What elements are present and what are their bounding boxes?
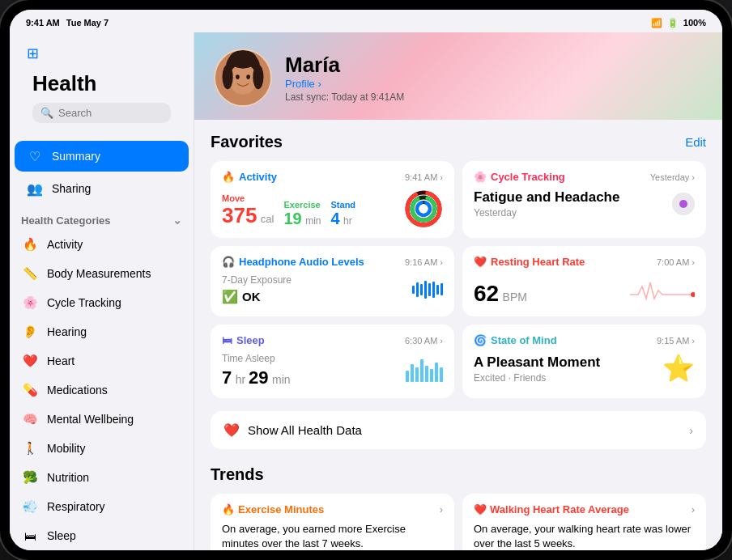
sharing-icon: 👥 [26,180,44,197]
exercise-trend-desc: On average, you earned more Exercise min… [222,522,443,550]
heart-label: Heart [47,354,74,367]
exercise-metric: Exercise 19 min [283,200,321,228]
ok-badge: ✅ OK [222,289,292,304]
respiratory-label: Respiratory [47,500,105,513]
stand-metric: Stand 4 hr [331,200,356,228]
heart-card-header: ❤️ Resting Heart Rate 7:00 AM › [474,256,695,268]
headphone-content: 7-Day Exposure ✅ OK [222,274,443,304]
trends-title: Trends [211,465,264,484]
mental-wellbeing-label: Mental Wellbeing [47,413,134,426]
search-icon: 🔍 [40,107,53,119]
sleep-bars [406,359,443,382]
battery-icon: 🔋 [667,18,679,28]
favorites-grid: 🔥 Activity 9:41 AM › Move [211,161,706,398]
walking-trend-header: ❤️ Walking Heart Rate Average › [474,503,695,515]
headphone-chevron: › [440,257,443,267]
cycle-tracking-label: Cycle Tracking [47,296,121,309]
show-all-text: Show All Health Data [248,423,681,437]
svg-point-3 [236,74,240,79]
profile-link[interactable]: Profile › [285,78,404,90]
search-bar[interactable]: 🔍 🎙 [32,103,171,123]
sidebar-item-nutrition[interactable]: 🥦 Nutrition [10,463,194,492]
heart-card-time: 7:00 AM › [657,257,695,267]
body-measurements-label: Body Measurements [47,267,151,280]
resting-heart-card[interactable]: ❤️ Resting Heart Rate 7:00 AM › [462,246,706,316]
sidebar-item-respiratory[interactable]: 💨 Respiratory [10,492,194,521]
show-all-row[interactable]: ❤️ Show All Health Data › [211,411,706,449]
h-bar-4 [424,281,427,299]
main-content: María Profile › Last sync: Today at 9:41… [194,32,722,550]
sidebar-layout-icon[interactable]: ⊞ [21,42,44,65]
avatar[interactable] [214,49,272,107]
ok-status: OK [242,290,261,303]
hearing-label: Hearing [47,325,87,338]
activity-label: Activity [47,238,83,251]
headphone-card[interactable]: 🎧 Headphone Audio Levels 9:16 AM › [211,246,454,316]
mobility-icon: 🚶 [21,439,39,457]
sidebar-top: ⊞ Health 🔍 🎙 [10,42,194,141]
heart-rate-value: 62 [474,281,499,306]
sleep-card-time: 6:30 AM › [405,336,443,346]
exercise-trend-card[interactable]: 🔥 Exercise Minutes › On average, you ear… [211,494,454,550]
sidebar-item-medications[interactable]: 💊 Medications [10,375,194,405]
activity-icon: 🔥 [21,235,39,253]
s-bar-2 [411,364,414,382]
respiratory-icon: 💨 [21,498,39,515]
sidebar-item-heart[interactable]: ❤️ Heart [10,346,194,375]
activity-ring [404,189,443,228]
activity-metrics: Move 375 cal Exercise 19 [222,189,443,228]
sidebar-item-hearing[interactable]: 👂 Hearing [10,317,194,346]
categories-chevron[interactable]: ⌄ [172,214,182,227]
profile-name: María [285,53,404,78]
state-of-mind-card[interactable]: 🌀 State of Mind 9:15 AM › A P [462,325,706,398]
mental-wellbeing-icon: 🧠 [21,410,39,428]
mobility-label: Mobility [47,442,85,455]
cycle-tracking-card[interactable]: 🌸 Cycle Tracking Yesterday › [462,161,706,238]
mind-title-icon: 🌀 [474,334,487,346]
cycle-chevron: › [692,172,695,182]
sidebar-item-sharing[interactable]: 👥 Sharing [15,173,189,204]
summary-label: Summary [52,150,100,163]
sleep-time-label: Time Asleep [222,353,291,364]
cycle-content: Fatigue and Headache Yesterday [474,189,695,218]
sidebar-item-sleep[interactable]: 🛏 Sleep [10,521,194,550]
svg-point-7 [229,50,257,69]
walking-heart-trend-card[interactable]: ❤️ Walking Heart Rate Average › On avera… [462,494,706,550]
mind-card-header: 🌀 State of Mind 9:15 AM › [474,334,695,346]
sidebar-item-summary[interactable]: ♡ Summary [15,141,189,172]
mind-content: A Pleasant Moment Excited · Friends ⭐ [474,353,695,384]
trends-header: Trends [211,465,706,484]
sidebar-item-mobility[interactable]: 🚶 Mobility [10,434,194,463]
mind-card-time: 9:15 AM › [657,336,695,346]
activity-card[interactable]: 🔥 Activity 9:41 AM › Move [211,161,454,238]
heart-chevron: › [692,257,695,267]
favorites-title: Favorites [211,133,283,151]
h-bar-5 [428,283,431,296]
svg-point-4 [246,74,250,79]
stand-value: 4 hr [331,210,356,228]
sidebar-item-cycle-tracking[interactable]: 🌸 Cycle Tracking [10,288,194,317]
activity-card-header: 🔥 Activity 9:41 AM › [222,171,443,183]
sleep-chevron: › [440,336,443,346]
mind-detail: Excited · Friends [474,372,600,384]
cycle-title-icon: 🌸 [474,171,487,183]
move-value: 375 cal [222,203,274,228]
ok-icon: ✅ [222,289,238,304]
sleep-card[interactable]: 🛏 Sleep 6:30 AM › Time Asleep [211,325,454,398]
s-bar-6 [430,369,433,382]
exposure-label: 7-Day Exposure [222,274,292,286]
exercise-label: Exercise [283,200,321,210]
sidebar-item-mental-wellbeing[interactable]: 🧠 Mental Wellbeing [10,405,194,434]
cycle-card-header: 🌸 Cycle Tracking Yesterday › [474,171,695,183]
profile-sync: Last sync: Today at 9:41AM [285,91,404,103]
sleep-card-header: 🛏 Sleep 6:30 AM › [222,334,443,346]
profile-header: María Profile › Last sync: Today at 9:41… [194,32,722,120]
summary-icon: ♡ [26,147,44,165]
sidebar-item-body-measurements[interactable]: 📏 Body Measurements [10,259,194,288]
nutrition-label: Nutrition [47,471,89,484]
edit-button[interactable]: Edit [685,135,706,149]
app-title: Health [21,71,182,103]
search-input[interactable] [58,107,194,119]
sharing-label: Sharing [52,182,91,195]
sidebar-item-activity[interactable]: 🔥 Activity [10,230,194,259]
